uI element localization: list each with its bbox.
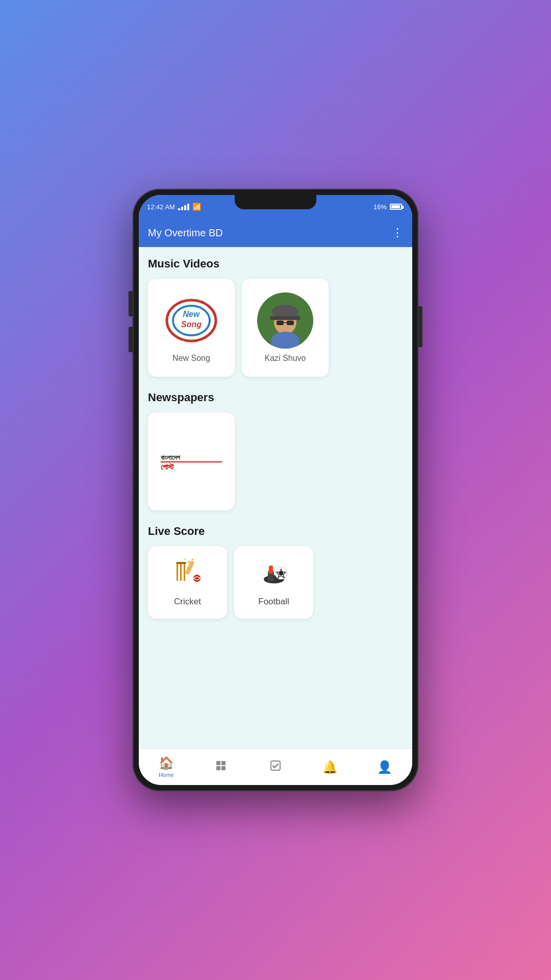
svg-text:পোস্ট: পোস্ট <box>161 463 174 471</box>
football-card[interactable]: Football <box>234 546 313 619</box>
live-score-title: Live Score <box>148 525 403 538</box>
svg-text:✦: ✦ <box>187 559 191 565</box>
football-label: Football <box>258 597 289 607</box>
profile-icon: 👤 <box>377 760 392 774</box>
battery-icon <box>390 204 402 210</box>
kazi-shuvo-avatar <box>257 292 313 349</box>
overflow-menu-button[interactable]: ⋮ <box>392 226 403 239</box>
svg-rect-7 <box>270 316 300 320</box>
kazi-shuvo-label: Kazi Shuvo <box>265 354 306 363</box>
svg-point-20 <box>193 575 201 582</box>
cricket-card[interactable]: ✦ ✦ ✦ Cricket <box>148 546 227 619</box>
svg-point-30 <box>279 571 283 575</box>
music-videos-title: Music Videos <box>148 257 403 271</box>
home-icon: 🏠 <box>159 756 174 770</box>
app-title: My Overtime BD <box>148 227 223 239</box>
volume-up-button <box>129 291 133 316</box>
bottom-navigation: 🏠 Home <box>139 748 412 785</box>
svg-text:Song: Song <box>181 320 202 329</box>
svg-rect-31 <box>216 761 220 765</box>
volume-down-button <box>129 327 133 352</box>
status-right: 16% <box>373 203 402 211</box>
newspapers-row: বাংলাদেশ পোস্ট <box>148 412 403 510</box>
bell-icon: 🔔 <box>322 760 338 774</box>
svg-text:✦: ✦ <box>184 558 186 561</box>
phone-frame: 12:42 AM 📶 16% My Overtime BD ⋮ <box>133 189 418 791</box>
football-icon <box>259 558 289 592</box>
kazi-shuvo-card[interactable]: Kazi Shuvo <box>242 279 329 377</box>
svg-text:New: New <box>183 310 201 318</box>
svg-rect-35 <box>271 761 280 770</box>
main-content: Music Videos New Song New So <box>139 247 412 748</box>
home-label: Home <box>159 772 173 778</box>
svg-text:✦: ✦ <box>191 558 194 562</box>
tasks-icon <box>269 760 282 775</box>
svg-rect-32 <box>221 761 226 765</box>
cricket-icon: ✦ ✦ ✦ <box>172 558 203 592</box>
grid-icon <box>215 760 227 775</box>
live-score-row: ✦ ✦ ✦ Cricket <box>148 546 403 619</box>
phone-notch <box>235 195 316 209</box>
svg-rect-16 <box>180 563 182 581</box>
newspaper-logo: বাংলাদেশ পোস্ট <box>158 449 224 474</box>
svg-rect-33 <box>216 766 220 770</box>
wifi-icon: 📶 <box>192 203 201 211</box>
status-left: 12:42 AM 📶 <box>147 203 201 211</box>
svg-rect-15 <box>177 563 178 581</box>
cricket-label: Cricket <box>174 597 201 607</box>
svg-rect-9 <box>287 321 294 325</box>
nav-grid[interactable] <box>206 760 236 775</box>
nav-profile[interactable]: 👤 <box>369 760 400 774</box>
new-song-card[interactable]: New Song New Song <box>148 279 235 377</box>
svg-rect-17 <box>184 563 185 581</box>
nav-tasks[interactable] <box>260 760 291 775</box>
bangladesh-post-card[interactable]: বাংলাদেশ পোস্ট <box>148 412 235 510</box>
app-bar: My Overtime BD ⋮ <box>139 218 412 247</box>
svg-rect-8 <box>277 321 284 325</box>
nav-home[interactable]: 🏠 Home <box>151 756 182 778</box>
new-song-label: New Song <box>172 354 210 363</box>
newspapers-title: Newspapers <box>148 391 403 404</box>
new-song-logo: New Song <box>163 292 219 349</box>
signal-icon <box>178 204 189 210</box>
music-videos-row: New Song New Song <box>148 279 403 377</box>
svg-rect-27 <box>269 566 273 574</box>
svg-rect-14 <box>161 461 222 462</box>
time-display: 12:42 AM <box>147 203 175 211</box>
battery-percent: 16% <box>373 203 387 211</box>
svg-rect-18 <box>176 562 186 564</box>
power-button <box>418 306 422 347</box>
svg-rect-34 <box>221 766 226 770</box>
svg-text:বাংলাদেশ: বাংলাদেশ <box>161 454 181 461</box>
nav-notifications[interactable]: 🔔 <box>315 760 345 774</box>
phone-screen: 12:42 AM 📶 16% My Overtime BD ⋮ <box>139 195 412 785</box>
